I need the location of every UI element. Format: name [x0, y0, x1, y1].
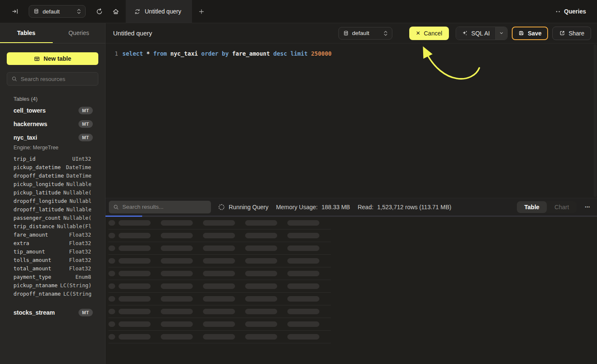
home-icon[interactable]	[105, 5, 126, 17]
sql-ai-main[interactable]: SQL AI	[456, 27, 495, 40]
skeleton-cell	[161, 334, 193, 340]
resource-search-input[interactable]	[21, 76, 94, 82]
column-row-trip_id[interactable]: trip_idUInt32	[14, 155, 91, 163]
results-search-input[interactable]	[122, 204, 207, 210]
share-icon	[559, 30, 565, 36]
skeleton-cell	[161, 258, 193, 264]
skeleton-cell	[203, 245, 235, 251]
skeleton-cell	[161, 283, 193, 289]
skeleton-cell	[245, 334, 277, 340]
column-row-pickup_ntaname[interactable]: pickup_ntanameLC(String)	[14, 281, 91, 290]
column-name: passenger_count	[14, 214, 61, 222]
column-type: Float32	[69, 248, 91, 256]
memory-usage: Memory Usage: 188.33 MB	[276, 204, 350, 210]
columns-list: trip_idUInt32pickup_datetimeDateTimedrop…	[7, 155, 98, 301]
skeleton-row	[108, 229, 331, 242]
skeleton-cell	[287, 309, 319, 314]
loading-skeleton	[105, 217, 597, 343]
column-row-trip_distance[interactable]: trip_distanceNullable(Float	[14, 222, 91, 231]
skeleton-cell	[119, 245, 151, 251]
sync-icon	[134, 8, 140, 15]
column-row-pickup_datetime[interactable]: pickup_datetimeDateTime	[14, 163, 91, 172]
skeleton-cell	[245, 233, 277, 238]
skeleton-cell	[203, 321, 235, 327]
sparkle-icon	[462, 30, 468, 36]
skeleton-cell	[119, 296, 151, 302]
skeleton-cell	[161, 220, 193, 226]
skeleton-cell	[108, 334, 115, 340]
sql-editor[interactable]: 1 select * from nyc_taxi order by fare_a…	[105, 43, 597, 198]
sql-code-line[interactable]: select * from nyc_taxi order by fare_amo…	[122, 49, 332, 58]
column-row-pickup_longitude[interactable]: pickup_longitudeNullable(Fl	[14, 180, 91, 189]
query-tab[interactable]: Untitled query	[126, 0, 192, 23]
table-item-hackernews[interactable]: hackernewsMT	[7, 117, 98, 131]
column-name: dropoff_ntaname	[14, 290, 61, 298]
skeleton-cell	[245, 271, 277, 276]
topbar-database-selector[interactable]: default	[29, 5, 86, 18]
view-tab-table[interactable]: Table	[517, 201, 547, 213]
column-row-payment_type[interactable]: payment_typeEnum8	[14, 273, 91, 281]
table-item-nyc_taxi[interactable]: nyc_taxiMT	[7, 131, 98, 144]
skeleton-cell	[203, 283, 235, 289]
sql-console-app: default Untitled query	[0, 0, 597, 364]
save-button[interactable]: Save	[512, 27, 548, 40]
tables-list: cell_towersMThackernewsMTnyc_taxiMTEngin…	[7, 104, 98, 319]
column-row-dropoff_datetime[interactable]: dropoff_datetimeDateTime	[14, 172, 91, 180]
table-item-cell_towers[interactable]: cell_towersMT	[7, 104, 98, 117]
column-row-dropoff_longitude[interactable]: dropoff_longitudeNullable(F	[14, 197, 91, 205]
table-name: stocks_stream	[14, 309, 55, 316]
new-tab-icon[interactable]	[195, 5, 207, 17]
queries-link[interactable]: Queries	[556, 8, 586, 15]
editor-scrollbar[interactable]	[594, 44, 597, 197]
skeleton-row	[108, 280, 331, 293]
view-tab-chart[interactable]: Chart	[547, 201, 576, 213]
search-icon	[113, 204, 119, 210]
skeleton-cell	[245, 245, 277, 251]
query-database-selector[interactable]: default	[338, 27, 392, 40]
column-row-tip_amount[interactable]: tip_amountFloat32	[14, 248, 91, 256]
sql-token: order	[201, 50, 219, 57]
more-options-icon[interactable]: •••	[584, 205, 591, 209]
sql-token: from	[153, 50, 167, 57]
column-type: Nullable(Flo	[63, 189, 91, 197]
skeleton-cell	[161, 245, 193, 251]
refresh-icon[interactable]	[93, 5, 105, 17]
topbar-left: default	[0, 0, 105, 23]
skeleton-cell	[287, 245, 319, 251]
column-row-tolls_amount[interactable]: tolls_amountFloat32	[14, 256, 91, 264]
new-table-label: New table	[43, 55, 71, 62]
spinner-icon	[219, 204, 224, 210]
column-row-dropoff_latitude[interactable]: dropoff_latitudeNullable(Fl	[14, 205, 91, 214]
save-button-label: Save	[528, 30, 542, 37]
tables-section-label: Tables (4)	[14, 96, 98, 102]
sql-token	[150, 50, 153, 57]
share-button[interactable]: Share	[552, 27, 591, 40]
tab-strip: Untitled query	[105, 0, 556, 23]
column-row-fare_amount[interactable]: fare_amountFloat32	[14, 231, 91, 239]
skeleton-row	[108, 305, 331, 318]
column-row-total_amount[interactable]: total_amountFloat32	[14, 264, 91, 273]
column-row-passenger_count[interactable]: passenger_countNullable(UIn	[14, 214, 91, 222]
table-item-stocks_stream[interactable]: stocks_streamMT	[7, 306, 98, 319]
column-row-extra[interactable]: extraFloat32	[14, 239, 91, 248]
column-row-pickup_latitude[interactable]: pickup_latitudeNullable(Flo	[14, 189, 91, 197]
sql-ai-button[interactable]: SQL AI	[456, 27, 508, 40]
view-toggle: Table Chart	[517, 201, 577, 213]
skeleton-cell	[119, 220, 151, 226]
results-search	[109, 201, 211, 213]
sql-token: nyc_taxi	[170, 50, 198, 57]
cancel-button[interactable]: ✕ Cancel	[409, 27, 449, 40]
column-row-dropoff_ntaname[interactable]: dropoff_ntanameLC(String)	[14, 290, 91, 298]
chevron-updown-icon	[384, 30, 388, 36]
new-table-button[interactable]: New table	[7, 52, 98, 65]
skeleton-cell	[119, 321, 151, 327]
column-name: tip_amount	[14, 248, 45, 256]
column-type: Nullable(Fl	[66, 205, 91, 214]
sql-token	[229, 50, 232, 57]
sidebar-tab-queries[interactable]: Queries	[53, 23, 105, 43]
sql-token: desc	[273, 50, 287, 57]
table-name: cell_towers	[14, 107, 46, 114]
sidebar-tab-tables[interactable]: Tables	[0, 23, 53, 43]
sql-ai-dropdown[interactable]	[495, 27, 507, 40]
collapse-sidebar-icon[interactable]	[9, 5, 21, 17]
